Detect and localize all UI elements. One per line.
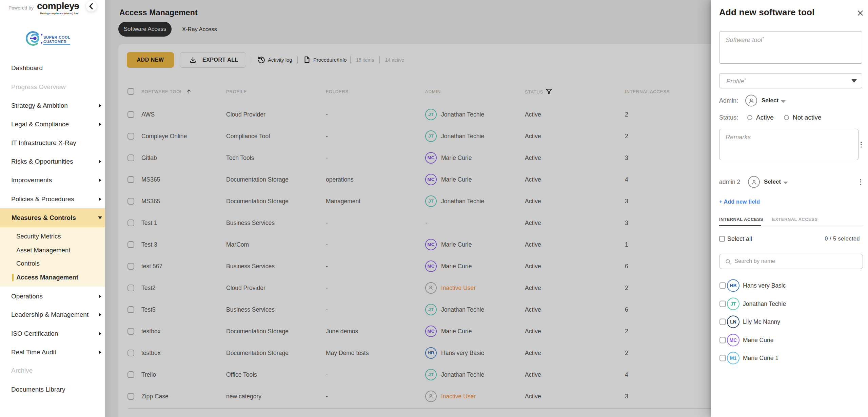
svg-text:SUPER COOL: SUPER COOL <box>43 35 71 39</box>
svg-text:CUSTOMER: CUSTOMER <box>43 40 66 44</box>
